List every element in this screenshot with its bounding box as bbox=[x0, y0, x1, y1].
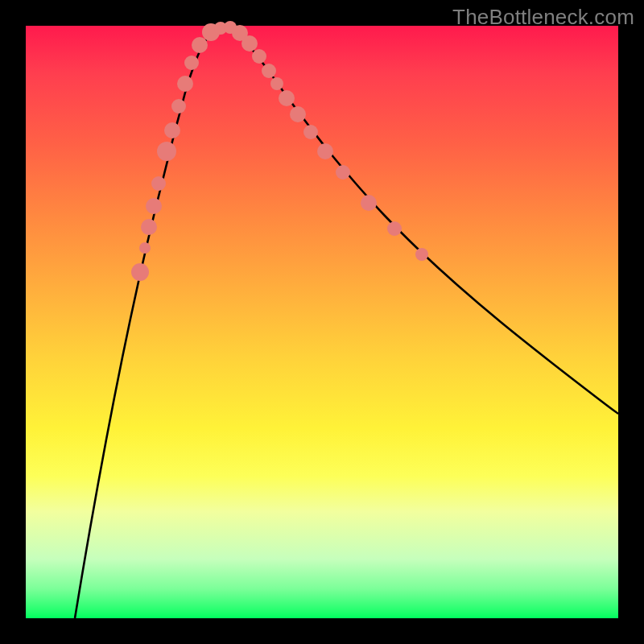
data-dot bbox=[242, 35, 258, 52]
data-dot bbox=[415, 248, 428, 261]
data-dot bbox=[157, 142, 176, 161]
data-dot bbox=[290, 106, 306, 122]
data-dot bbox=[177, 76, 193, 92]
data-dot bbox=[184, 56, 199, 70]
chart-svg bbox=[26, 26, 618, 618]
data-dot bbox=[131, 263, 149, 281]
bottleneck-curve bbox=[75, 27, 618, 618]
data-dot bbox=[279, 90, 295, 106]
chart-frame: TheBottleneck.com bbox=[0, 0, 644, 644]
data-dot bbox=[171, 99, 186, 114]
data-dot bbox=[141, 219, 157, 235]
data-dot bbox=[270, 77, 283, 90]
data-dot bbox=[192, 37, 208, 53]
data-dot bbox=[262, 64, 276, 78]
data-dot bbox=[317, 143, 333, 159]
data-dot bbox=[387, 221, 402, 236]
plot-area bbox=[26, 26, 618, 618]
data-dot bbox=[151, 176, 166, 191]
data-dot bbox=[336, 165, 350, 180]
data-dot bbox=[139, 242, 151, 254]
data-dot bbox=[146, 198, 162, 214]
data-dot bbox=[303, 125, 318, 139]
data-dot bbox=[361, 195, 377, 211]
data-dot bbox=[252, 49, 266, 64]
data-dot bbox=[164, 122, 180, 138]
data-dots bbox=[131, 21, 428, 281]
